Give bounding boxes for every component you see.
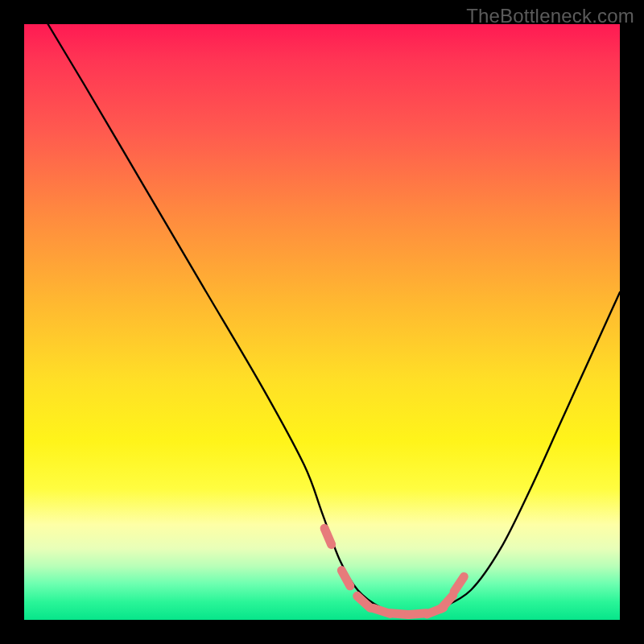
marker-segment: [341, 571, 350, 586]
marker-segment: [357, 596, 370, 608]
marker-segment: [441, 596, 453, 609]
chart-frame: TheBottleneck.com: [0, 0, 644, 644]
highlight-markers: [324, 528, 464, 614]
marker-segment: [324, 528, 332, 544]
marker-segment: [454, 576, 464, 591]
curve-overlay: [24, 24, 620, 620]
bottleneck-curve: [48, 24, 620, 615]
